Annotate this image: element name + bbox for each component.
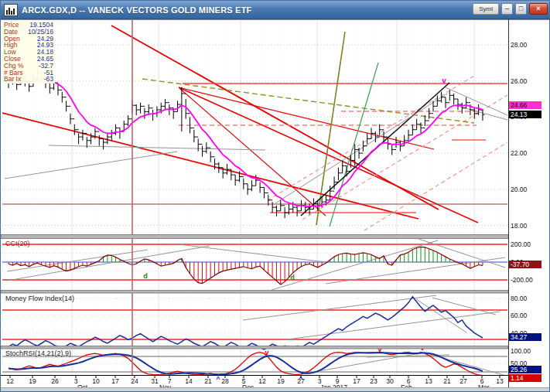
date-tick: 21 — [204, 377, 211, 385]
chart-window: ARCX.GDX,D -- VANECK VECTORS GOLD MINERS… — [0, 0, 550, 392]
titlebar[interactable]: ARCX.GDX,D -- VANECK VECTORS GOLD MINERS… — [1, 1, 550, 19]
date-tick: 27 — [297, 377, 304, 385]
cci-panel[interactable] — [1, 239, 508, 290]
mfi-value-tag: 34.27 — [509, 333, 541, 341]
stochrsi-panel[interactable] — [1, 349, 508, 375]
stochrsi-fast-tag: 1.14 — [509, 374, 541, 382]
date-tick: 17 — [353, 377, 360, 385]
last-price-tag: 24.13 — [509, 111, 541, 118]
cci-ytick: -200.00 — [511, 276, 533, 284]
date-tick: 14 — [185, 377, 192, 385]
date-tick: 19 — [29, 377, 36, 385]
date-tick: 31 — [151, 377, 158, 385]
date-tick: 12 — [6, 377, 13, 385]
date-tick: 23 — [370, 377, 377, 385]
cci-value-tag: -37.70 — [509, 261, 541, 268]
cci-ytick: 200.00 — [511, 240, 531, 248]
date-tick: 24 — [131, 377, 138, 385]
ma-price-tag: 24.66 — [509, 101, 541, 109]
date-tick: 17 — [111, 377, 118, 385]
date-tick: 30 — [386, 377, 393, 385]
mfi-ytick: 80.00 — [511, 295, 527, 302]
price-ytick: 26.00 — [511, 77, 527, 85]
date-tick: 21 — [443, 377, 450, 385]
price-ytick: 20.00 — [511, 186, 527, 193]
price-ytick: 18.00 — [511, 222, 527, 230]
price-ytick: 22.00 — [511, 149, 527, 157]
mfi-ytick: 60.00 — [511, 312, 527, 319]
window-title: ARCX.GDX,D -- VANECK VECTORS GOLD MINERS… — [22, 5, 251, 15]
date-tick: 26 — [51, 377, 58, 385]
window-bottom-border — [1, 387, 550, 391]
maximize-button[interactable]: □ — [515, 3, 527, 15]
date-tick: 10 — [92, 377, 99, 385]
date-tick: 27 — [459, 377, 466, 385]
close-button[interactable]: × — [529, 3, 548, 15]
date-tick: 19 — [277, 377, 284, 385]
minimize-button[interactable]: – — [501, 3, 513, 15]
price-chart-panel[interactable] — [1, 19, 508, 234]
price-axis-strip[interactable] — [508, 19, 550, 375]
symbol-link-button[interactable]: Syml — [473, 3, 499, 15]
date-tick: 13 — [425, 377, 432, 385]
stochrsi-slow-tag: 25.26 — [509, 366, 541, 373]
stochrsi-ytick: 100.00 — [511, 347, 531, 355]
date-tick: 12 — [258, 377, 265, 385]
price-ytick: 28.00 — [511, 41, 527, 49]
app-icon — [4, 4, 18, 16]
date-tick: 13 — [496, 377, 503, 385]
mfi-panel[interactable] — [1, 293, 508, 346]
date-tick: 28 — [221, 377, 228, 385]
panel-separator — [1, 235, 508, 239]
